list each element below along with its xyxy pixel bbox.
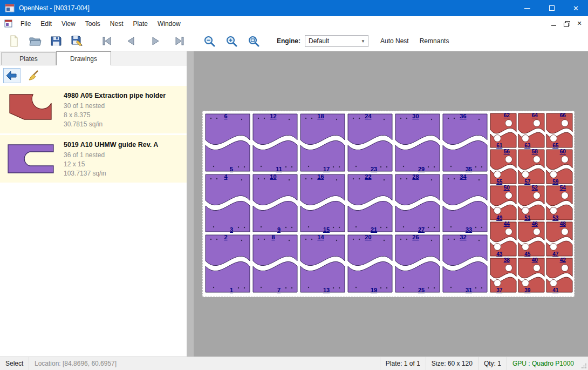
nested-part-pair[interactable]: 2019 — [346, 233, 394, 294]
nested-part-pair[interactable]: 3029 — [394, 112, 441, 173]
nested-part-pair[interactable]: 4039 — [517, 257, 545, 293]
nested-part-pair[interactable]: 6261 — [489, 112, 517, 149]
nested-part-pair[interactable]: 6059 — [545, 149, 573, 185]
part-number[interactable]: 51 — [524, 215, 530, 221]
new-button[interactable] — [5, 33, 22, 49]
part-number[interactable]: 33 — [466, 226, 472, 233]
panel-splitter[interactable] — [187, 51, 194, 356]
part-number[interactable]: 20 — [365, 234, 371, 240]
part-number[interactable]: 30 — [412, 113, 419, 119]
zoom-in-button[interactable] — [223, 33, 240, 49]
close-button[interactable]: ✕ — [564, 0, 588, 16]
nested-part-pair[interactable]: 5655 — [489, 149, 517, 185]
part-number[interactable]: 61 — [496, 143, 502, 149]
nav-last-button[interactable] — [171, 33, 188, 49]
part-number[interactable]: 34 — [460, 173, 466, 180]
nav-first-button[interactable] — [98, 33, 115, 49]
menu-item-file[interactable]: File — [16, 16, 36, 31]
nested-part-pair[interactable]: 4645 — [517, 221, 545, 257]
part-number[interactable]: 58 — [532, 149, 538, 154]
minimize-button[interactable] — [515, 0, 539, 16]
nested-part-pair[interactable]: 6463 — [517, 112, 545, 149]
nested-part-pair[interactable]: 109 — [251, 173, 299, 233]
menu-item-nest[interactable]: Nest — [105, 16, 128, 31]
send-to-nest-button[interactable] — [3, 68, 20, 83]
part-number[interactable]: 39 — [524, 287, 530, 293]
mdi-minimize-button[interactable] — [547, 18, 560, 29]
part-number[interactable]: 3 — [230, 226, 233, 233]
resize-grip[interactable] — [579, 357, 588, 370]
part-number[interactable]: 66 — [560, 112, 566, 118]
part-number[interactable]: 26 — [412, 234, 419, 240]
plate[interactable]: 6512111817242330293635431091615222128273… — [202, 111, 575, 297]
zoom-out-button[interactable] — [201, 33, 217, 49]
part-number[interactable]: 47 — [552, 251, 558, 257]
part-number[interactable]: 59 — [552, 179, 558, 185]
nest-canvas[interactable]: 6512111817242330293635431091615222128273… — [194, 51, 588, 356]
part-number[interactable]: 56 — [504, 149, 510, 154]
nested-part-pair[interactable]: 1211 — [251, 112, 299, 173]
part-number[interactable]: 8 — [271, 234, 275, 240]
part-number[interactable]: 27 — [418, 226, 425, 233]
part-number[interactable]: 29 — [418, 166, 425, 172]
nested-part-pair[interactable]: 5453 — [545, 185, 573, 221]
clear-drawings-button[interactable] — [25, 68, 42, 83]
part-number[interactable]: 40 — [532, 257, 538, 263]
nested-part-pair[interactable]: 5049 — [489, 185, 517, 221]
part-number[interactable]: 37 — [496, 287, 502, 293]
part-number[interactable]: 45 — [524, 251, 530, 257]
nested-part-pair[interactable]: 21 — [204, 233, 251, 294]
drawing-list-item[interactable]: 4980 A05 Extraction pipe holder30 of 1 n… — [0, 86, 187, 133]
remnants-button[interactable]: Remnants — [414, 37, 455, 45]
save-as-button[interactable] — [69, 33, 85, 49]
part-number[interactable]: 35 — [466, 166, 472, 172]
nested-part-pair[interactable]: 65 — [204, 112, 251, 173]
part-number[interactable]: 13 — [323, 287, 330, 293]
nested-part-pair[interactable]: 6665 — [545, 112, 573, 149]
part-number[interactable]: 31 — [466, 287, 472, 293]
part-number[interactable]: 38 — [504, 257, 510, 263]
nested-part-pair[interactable]: 1817 — [299, 112, 346, 173]
nested-part-pair[interactable]: 87 — [251, 233, 299, 294]
menu-item-window[interactable]: Window — [153, 16, 186, 31]
part-number[interactable]: 18 — [317, 113, 324, 119]
nested-part-pair[interactable]: 5857 — [517, 149, 545, 185]
part-number[interactable]: 6 — [224, 113, 227, 119]
part-number[interactable]: 1 — [230, 287, 233, 293]
tab-plates[interactable]: Plates — [1, 52, 56, 65]
part-number[interactable]: 41 — [552, 287, 558, 293]
part-number[interactable]: 50 — [504, 185, 510, 191]
save-button[interactable] — [47, 33, 64, 49]
part-number[interactable]: 55 — [496, 179, 502, 185]
part-number[interactable]: 32 — [460, 234, 466, 240]
maximize-button[interactable] — [539, 0, 564, 16]
nested-part-pair[interactable]: 4443 — [489, 221, 517, 257]
part-number[interactable]: 16 — [317, 173, 324, 180]
part-number[interactable]: 9 — [277, 226, 281, 233]
part-number[interactable]: 14 — [317, 234, 324, 240]
part-number[interactable]: 11 — [276, 166, 282, 172]
part-number[interactable]: 64 — [532, 112, 538, 118]
nested-part-pair[interactable]: 2625 — [394, 233, 441, 294]
nested-part-pair[interactable]: 2827 — [394, 173, 441, 233]
part-number[interactable]: 21 — [371, 226, 377, 233]
part-number[interactable]: 57 — [524, 179, 530, 185]
part-number[interactable]: 28 — [412, 173, 419, 180]
mdi-restore-button[interactable] — [560, 18, 573, 29]
part-number[interactable]: 23 — [371, 166, 377, 172]
part-number[interactable]: 10 — [270, 173, 276, 180]
part-number[interactable]: 15 — [323, 226, 330, 233]
part-number[interactable]: 54 — [560, 185, 566, 191]
nested-part-pair[interactable]: 3837 — [489, 257, 517, 293]
part-number[interactable]: 65 — [552, 143, 558, 149]
part-number[interactable]: 5 — [230, 166, 233, 172]
nav-next-button[interactable] — [147, 33, 163, 49]
part-number[interactable]: 52 — [532, 185, 538, 191]
part-number[interactable]: 63 — [524, 143, 530, 149]
part-number[interactable]: 44 — [504, 221, 510, 227]
part-number[interactable]: 12 — [270, 113, 276, 119]
engine-select[interactable]: Default ▼ — [305, 35, 368, 47]
part-number[interactable]: 19 — [371, 287, 377, 293]
tab-drawings[interactable]: Drawings — [56, 51, 111, 65]
part-number[interactable]: 4 — [224, 173, 227, 180]
